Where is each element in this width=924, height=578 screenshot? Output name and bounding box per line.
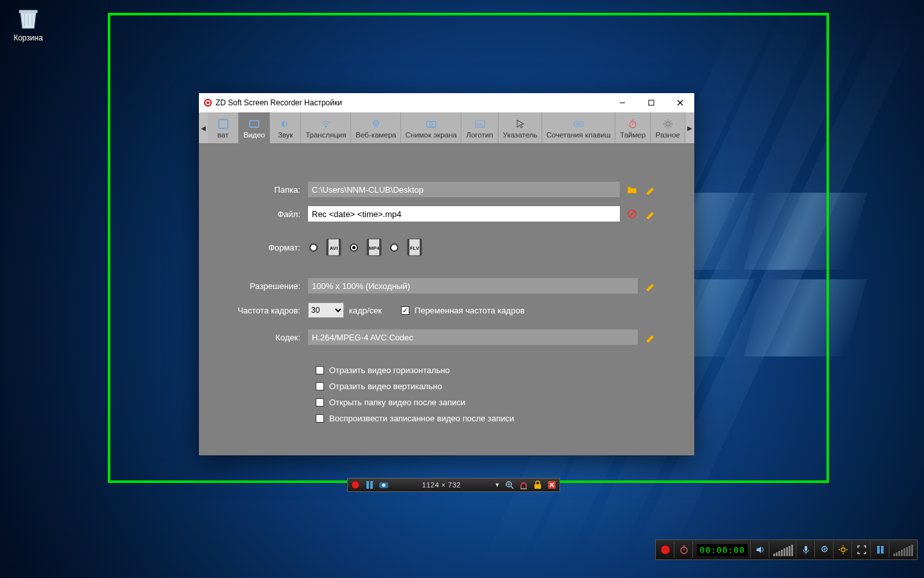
tab-streaming-label: Трансляция	[305, 131, 346, 139]
tray-widget[interactable]: 00:00:00	[655, 539, 918, 560]
variable-fps-checkbox[interactable]	[401, 306, 409, 315]
minimize-button[interactable]	[608, 93, 637, 112]
svg-line-45	[511, 486, 513, 489]
tray-speaker-level[interactable]	[771, 541, 796, 558]
region-control-bar[interactable]: 1124 × 732 ▼	[347, 478, 560, 492]
tab-shortcuts-label: Сочетания клавиш	[547, 131, 611, 139]
codec-input[interactable]	[308, 329, 638, 345]
svg-rect-4	[219, 119, 228, 128]
tab-audio[interactable]: Звук	[270, 112, 301, 143]
svg-line-23	[670, 121, 671, 122]
streaming-icon	[320, 118, 332, 130]
recycle-bin-desktop-icon[interactable]: Корзина	[5, 5, 51, 42]
close-region-button[interactable]	[545, 479, 558, 491]
tab-scroll-left[interactable]: ◀	[199, 112, 208, 143]
svg-point-53	[661, 545, 670, 554]
svg-line-22	[670, 127, 671, 128]
pause-button[interactable]	[363, 479, 376, 491]
svg-point-10	[375, 123, 377, 125]
keyboard-icon	[573, 118, 585, 130]
tab-screenshot[interactable]: Снимок экрана	[401, 112, 461, 143]
svg-point-43	[382, 484, 386, 487]
tab-scroll-right[interactable]: ▶	[685, 112, 694, 143]
tab-capture-label: ват	[218, 131, 228, 139]
folder-input[interactable]	[308, 182, 620, 197]
tab-shortcuts[interactable]: Сочетания клавиш	[542, 112, 615, 143]
browse-folder-button[interactable]	[626, 184, 638, 195]
svg-rect-64	[881, 546, 884, 554]
play-after-label: Воспроизвести записанное видео после зап…	[329, 414, 514, 423]
tray-record-button[interactable]	[657, 541, 674, 558]
svg-rect-37	[420, 239, 422, 256]
resolution-input[interactable]	[308, 278, 638, 293]
format-flv-radio[interactable]	[390, 243, 398, 252]
lock-button[interactable]	[531, 479, 544, 491]
region-size-readout: 1124 × 732	[391, 481, 492, 489]
tray-speaker-icon[interactable]	[752, 541, 769, 558]
svg-point-16	[666, 122, 670, 126]
maximize-button[interactable]	[637, 93, 665, 112]
play-after-checkbox[interactable]	[316, 414, 324, 423]
close-button[interactable]	[665, 93, 694, 112]
snap-button[interactable]	[517, 479, 530, 491]
tray-mic-icon[interactable]	[798, 541, 815, 558]
window-title: ZD Soft Screen Recorder Настройки	[216, 98, 342, 107]
tab-pointer[interactable]: Указатель	[499, 112, 543, 143]
timer-icon	[627, 118, 638, 130]
tab-webcam[interactable]: Веб-камера	[351, 112, 401, 143]
svg-text:AVI: AVI	[330, 245, 338, 251]
region-size-dropdown[interactable]: ▼	[493, 482, 502, 488]
framerate-select[interactable]: 30	[308, 302, 344, 318]
svg-text:MP4: MP4	[369, 245, 380, 251]
record-button[interactable]	[349, 479, 362, 491]
tray-pause-button[interactable]	[872, 541, 889, 558]
format-label: Формат:	[218, 243, 308, 252]
svg-text:FLV: FLV	[410, 245, 420, 251]
file-input[interactable]	[308, 206, 620, 222]
tab-capture[interactable]: ват	[208, 112, 239, 143]
tab-pointer-label: Указатель	[503, 131, 538, 139]
tray-fullscreen-icon[interactable]	[853, 541, 871, 558]
tab-audio-label: Звук	[278, 131, 293, 139]
svg-rect-63	[877, 546, 880, 554]
screenshot-button[interactable]	[377, 479, 390, 491]
tab-webcam-label: Веб-камера	[355, 131, 396, 139]
tray-timer-icon[interactable]	[676, 541, 693, 558]
framerate-label: Частота кадров:	[218, 306, 308, 315]
flip-v-checkbox[interactable]	[316, 382, 324, 390]
folder-label: Папка:	[218, 185, 308, 195]
recycle-bin-icon	[15, 5, 41, 31]
tab-misc[interactable]: Разное	[651, 112, 685, 143]
titlebar[interactable]: ZD Soft Screen Recorder Настройки	[199, 93, 694, 112]
svg-point-58	[841, 548, 845, 552]
svg-point-12	[429, 123, 432, 126]
webcam-icon	[370, 118, 382, 130]
capture-icon	[218, 118, 229, 130]
audio-icon	[280, 118, 291, 130]
tray-settings-icon[interactable]	[835, 541, 852, 558]
tab-video[interactable]: Видео	[239, 112, 270, 143]
file-disable-button[interactable]	[626, 208, 638, 220]
svg-rect-36	[407, 239, 409, 256]
record-icon	[204, 99, 212, 107]
flip-h-checkbox[interactable]	[316, 366, 324, 374]
tab-streaming[interactable]: Трансляция	[301, 112, 351, 143]
tray-mic-level[interactable]	[891, 541, 916, 558]
svg-rect-5	[250, 121, 259, 127]
open-folder-checkbox[interactable]	[316, 398, 324, 407]
tray-webcam-icon[interactable]	[816, 541, 834, 558]
codec-tools-button[interactable]	[644, 331, 656, 343]
file-tools-button[interactable]	[644, 208, 656, 220]
variable-fps-label: Переменная частота кадров	[415, 306, 525, 315]
tab-logo[interactable]: Логотип	[461, 112, 498, 143]
folder-tools-button[interactable]	[644, 184, 656, 195]
fit-screen-button[interactable]	[503, 479, 516, 491]
tab-timer-label: Таймер	[620, 131, 646, 139]
format-avi-radio[interactable]	[309, 243, 318, 252]
format-mp4-radio[interactable]	[350, 243, 358, 252]
tab-timer[interactable]: Таймер	[615, 112, 651, 143]
mp4-icon: MP4	[364, 238, 384, 257]
pointer-icon	[515, 118, 526, 130]
resolution-tools-button[interactable]	[644, 280, 656, 292]
resolution-label: Разрешение:	[218, 281, 308, 291]
